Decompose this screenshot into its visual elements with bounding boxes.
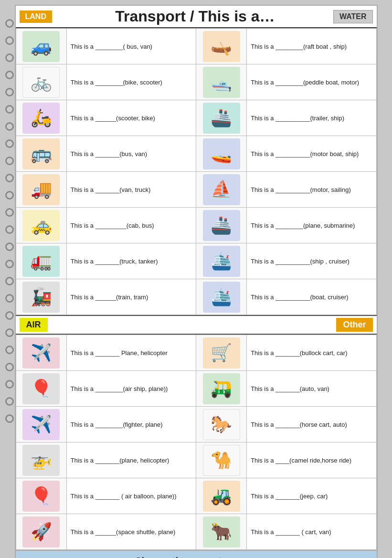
air-vehicle-image: 🚁: [16, 442, 66, 478]
land-icon: 🛵: [22, 103, 60, 134]
water-vehicle-text: This is a ________(raft boat , ship): [247, 29, 376, 64]
other-vehicle-image: 🛒: [196, 335, 247, 371]
air-other-table: ✈️ This is a _______ Plane, helicopter 🛒…: [16, 335, 377, 550]
water-vehicle-image: 🚤: [196, 136, 247, 172]
other-vehicle-text: This is a _______(jeep, car): [247, 478, 376, 514]
land-icon: 🚂: [22, 282, 60, 313]
other-icon: 🐪: [203, 445, 240, 476]
other-vehicle-text: This is a _______(auto, van): [247, 371, 376, 407]
other-icon: 🚜: [203, 481, 240, 512]
spiral-ring: [5, 260, 14, 268]
land-icon: 🚲: [22, 67, 60, 98]
land-water-row: 🚛 This is a _______(truck, tanker) 🛳️ Th…: [16, 243, 376, 279]
spiral-ring: [5, 363, 14, 371]
air-vehicle-text: This is a _______ ( air balloon, plane)): [66, 478, 196, 514]
land-vehicle-text: This is a ________(bike, scooter): [66, 64, 196, 100]
water-vehicle-image: 🛳️: [196, 243, 247, 279]
air-vehicle-image: ✈️: [16, 335, 66, 371]
water-vehicle-text: This is a __________(ship , cruiser): [247, 243, 376, 279]
air-vehicle-text: This is a _______ Plane, helicopter: [66, 335, 196, 371]
water-icon: 🛳️: [203, 246, 240, 277]
air-vehicle-text: This is a ________(air ship, plane)): [66, 371, 196, 407]
land-icon: 🚚: [22, 174, 60, 205]
water-label: WATER: [333, 10, 373, 23]
other-vehicle-image: 🛺: [196, 371, 247, 407]
land-vehicle-image: 🚌: [16, 136, 66, 172]
other-icon: 🛺: [203, 373, 240, 404]
spiral-ring: [5, 294, 14, 303]
land-vehicle-image: 🚙: [16, 29, 66, 64]
land-water-row: 🛵 This is a ______(scooter, bike) 🚢 This…: [16, 100, 376, 136]
other-vehicle-image: 🚜: [196, 478, 247, 514]
air-vehicle-image: 🎈: [16, 371, 66, 407]
air-vehicle-image: 🚀: [16, 514, 66, 550]
water-vehicle-text: This is a ________(plane, submarine): [247, 208, 376, 243]
spiral-ring: [5, 36, 14, 45]
land-vehicle-text: This is a _______(van, truck): [66, 172, 196, 208]
water-vehicle-image: 🚢: [196, 100, 247, 136]
spiral-ring: [5, 19, 14, 28]
water-vehicle-text: This is a __________(motor, sailing): [247, 172, 376, 208]
land-vehicle-image: 🚕: [16, 208, 66, 243]
air-vehicle-text: This is a ______(space shuttle, plane): [66, 514, 196, 550]
air-icon: 🚀: [22, 516, 60, 547]
air-vehicle-text: This is a ________(fighter, plane): [66, 407, 196, 442]
land-water-row: 🚚 This is a _______(van, truck) ⛵ This i…: [16, 172, 376, 208]
other-icon: 🛒: [203, 337, 240, 368]
land-vehicle-image: 🛵: [16, 100, 66, 136]
land-vehicle-text: This is a _______(bus, van): [66, 136, 196, 172]
water-vehicle-image: 🛥️: [196, 64, 247, 100]
land-vehicle-text: This is a ______(scooter, bike): [66, 100, 196, 136]
spiral-binding: [4, 5, 15, 558]
spiral-ring: [5, 122, 14, 131]
land-vehicle-image: 🚲: [16, 64, 66, 100]
land-icon: 🚌: [22, 138, 60, 169]
spiral-ring: [5, 174, 14, 182]
water-vehicle-image: 🚢: [196, 208, 247, 243]
other-icon: 🐎: [203, 409, 240, 440]
land-vehicle-image: 🚚: [16, 172, 66, 208]
water-icon: 🚤: [203, 138, 240, 169]
other-vehicle-text: This is a _______ ( cart, van): [247, 514, 376, 550]
footer: Choose the correct answer: [16, 550, 377, 558]
air-other-row: 🚀 This is a ______(space shuttle, plane)…: [16, 514, 376, 550]
land-water-table: 🚙 This is a ________( bus, van) 🛶 This i…: [16, 28, 377, 315]
air-other-row: ✈️ This is a _______ Plane, helicopter 🛒…: [16, 335, 376, 371]
air-other-row: ✈️ This is a ________(fighter, plane) 🐎 …: [16, 407, 376, 442]
air-section-label: AIR: [20, 318, 48, 332]
other-vehicle-image: 🐪: [196, 442, 247, 478]
land-water-row: 🚕 This is a _________(cab, bus) 🚢 This i…: [16, 208, 376, 243]
water-icon: 🚢: [203, 103, 240, 134]
spiral-ring: [5, 346, 14, 354]
spiral-ring: [5, 397, 14, 406]
air-other-row: 🎈 This is a _______ ( air balloon, plane…: [16, 478, 376, 514]
water-vehicle-image: 🛶: [196, 29, 247, 64]
spiral-ring: [5, 88, 14, 96]
spiral-ring: [5, 139, 14, 148]
spiral-ring: [5, 208, 14, 217]
water-icon: 🚢: [203, 210, 240, 241]
spiral-ring: [5, 225, 14, 234]
water-icon: ⛵: [203, 174, 240, 205]
air-icon: 🚁: [22, 445, 60, 476]
other-vehicle-text: This is a _______(bullock cart, car): [247, 335, 376, 371]
page-header: LAND Transport / This is a… WATER: [16, 6, 377, 28]
spiral-ring: [5, 414, 14, 423]
water-vehicle-image: ⛵: [196, 172, 247, 208]
other-vehicle-text: This is a ____(camel ride,horse ride): [247, 442, 376, 478]
water-icon: 🛶: [203, 31, 240, 62]
spiral-ring: [5, 328, 14, 337]
air-icon: 🎈: [22, 373, 60, 404]
spiral-ring: [5, 311, 14, 320]
other-vehicle-image: 🐎: [196, 407, 247, 442]
footer-text: Choose the correct answer: [135, 556, 257, 558]
water-vehicle-text: This is a __________(boat, cruiser): [247, 279, 376, 315]
air-vehicle-image: ✈️: [16, 407, 66, 442]
spiral-ring: [5, 191, 14, 200]
air-icon: ✈️: [22, 337, 60, 368]
water-icon: 🛥️: [203, 67, 240, 98]
spiral-ring: [5, 157, 14, 165]
spiral-ring: [5, 242, 14, 251]
spiral-ring: [5, 277, 14, 285]
land-icon: 🚕: [22, 210, 60, 241]
